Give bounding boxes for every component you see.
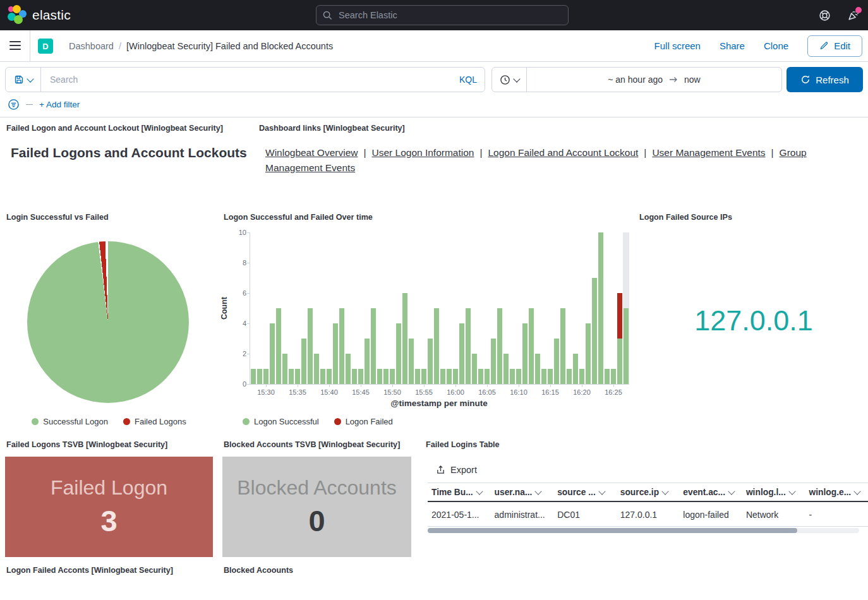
dashboard-badge[interactable]: D xyxy=(38,39,53,54)
bar-logon-successful[interactable] xyxy=(459,323,464,384)
bar-logon-successful[interactable] xyxy=(282,354,287,384)
bar-logon-successful[interactable] xyxy=(447,369,452,384)
bar-logon-successful[interactable] xyxy=(485,369,490,384)
bar-logon-successful[interactable] xyxy=(548,369,553,384)
bar-logon-successful[interactable] xyxy=(308,308,313,384)
bar-logon-successful[interactable] xyxy=(598,232,603,384)
bar-logon-successful[interactable] xyxy=(586,323,591,384)
bar-logon-failed[interactable] xyxy=(617,293,622,339)
query-search-input[interactable] xyxy=(49,74,454,85)
table-column-header[interactable]: winlog.e... xyxy=(805,488,868,497)
bar-logon-successful[interactable] xyxy=(560,308,565,384)
dashboard-link[interactable]: Winlogbeat Overview xyxy=(265,147,358,158)
failed-logins-table-row[interactable]: 2021-05-1...administrat...DC01127.0.0.1l… xyxy=(428,503,868,527)
breadcrumb-dashboard[interactable]: Dashboard xyxy=(69,41,114,51)
bar-logon-successful[interactable] xyxy=(522,323,527,384)
filter-icon[interactable] xyxy=(8,99,20,111)
table-column-header[interactable]: event.ac... xyxy=(679,488,742,497)
bar-logon-successful[interactable] xyxy=(346,354,351,384)
dashboard-link[interactable]: User Management Events xyxy=(652,147,765,158)
share-button[interactable]: Share xyxy=(720,40,745,51)
help-icon[interactable] xyxy=(819,9,831,21)
newsfeed-icon[interactable] xyxy=(847,9,859,21)
bar-logon-successful[interactable] xyxy=(592,278,597,384)
global-search-input[interactable] xyxy=(337,9,562,21)
bar-logon-successful[interactable] xyxy=(371,308,376,384)
bar-logon-successful[interactable] xyxy=(289,369,294,384)
legend-item[interactable]: Logon Successful xyxy=(243,417,319,426)
clone-button[interactable]: Clone xyxy=(764,40,788,51)
bar-logon-successful[interactable] xyxy=(339,308,344,384)
pie-chart[interactable] xyxy=(27,241,189,403)
bar-logon-successful[interactable] xyxy=(624,308,629,384)
bar-logon-successful[interactable] xyxy=(257,369,262,384)
bar-logon-successful[interactable] xyxy=(434,308,439,384)
bar-logon-successful[interactable] xyxy=(276,308,281,384)
legend-item[interactable]: Logon Failed xyxy=(334,417,393,426)
bar-logon-successful[interactable] xyxy=(415,369,420,384)
bar-logon-successful[interactable] xyxy=(409,339,414,384)
saved-query-menu-button[interactable] xyxy=(6,68,41,92)
time-range-to[interactable]: now xyxy=(684,75,701,85)
bar-logon-successful[interactable] xyxy=(541,369,546,384)
legend-item[interactable]: Failed Logons xyxy=(123,417,186,426)
full-screen-button[interactable]: Full screen xyxy=(654,40,701,51)
kql-language-button[interactable]: KQL xyxy=(459,75,477,85)
bar-logon-successful[interactable] xyxy=(295,369,300,384)
bar-logon-successful[interactable] xyxy=(301,339,306,384)
bar-logon-successful[interactable] xyxy=(573,354,578,384)
bar-logon-successful[interactable] xyxy=(611,369,616,384)
time-picker-quick-menu-button[interactable] xyxy=(492,68,527,92)
table-column-header[interactable]: Time Bu... xyxy=(428,488,491,497)
bar-logon-successful[interactable] xyxy=(491,339,496,384)
add-filter-button[interactable]: + Add filter xyxy=(39,100,80,109)
bar-logon-successful[interactable] xyxy=(497,308,502,384)
bar-logon-successful[interactable] xyxy=(390,369,395,384)
bar-logon-successful[interactable] xyxy=(535,354,540,384)
global-search[interactable] xyxy=(316,5,569,25)
bar-logon-successful[interactable] xyxy=(529,308,534,384)
bar-logon-successful[interactable] xyxy=(358,369,363,384)
bar-logon-successful[interactable] xyxy=(396,323,401,384)
table-column-header[interactable]: source ... xyxy=(553,488,617,497)
bar-logon-successful[interactable] xyxy=(270,323,275,384)
scrollbar-thumb[interactable] xyxy=(428,528,797,533)
bar-logon-successful[interactable] xyxy=(472,354,477,384)
bar-logon-successful[interactable] xyxy=(327,369,332,384)
bar-logon-successful[interactable] xyxy=(377,369,382,384)
export-button[interactable]: Export xyxy=(436,465,477,475)
edit-button[interactable]: Edit xyxy=(807,35,862,57)
bar-logon-successful[interactable] xyxy=(333,323,338,384)
bar-logon-successful[interactable] xyxy=(478,369,483,384)
bar-logon-successful[interactable] xyxy=(402,293,407,384)
time-range-display[interactable]: ~ an hour ago now xyxy=(527,75,781,85)
bar-logon-successful[interactable] xyxy=(579,369,584,384)
bar-logon-successful[interactable] xyxy=(453,369,458,384)
bar-logon-successful[interactable] xyxy=(314,354,319,384)
bar-logon-successful[interactable] xyxy=(605,369,610,384)
bar-logon-successful[interactable] xyxy=(503,354,509,384)
elastic-home-button[interactable]: elastic xyxy=(8,5,71,25)
bar-logon-successful[interactable] xyxy=(567,369,572,384)
bar-logon-successful[interactable] xyxy=(263,369,268,384)
legend-item[interactable]: Successful Logon xyxy=(32,417,108,426)
bar-logon-successful[interactable] xyxy=(510,369,515,384)
bar-logon-successful[interactable] xyxy=(352,369,357,384)
table-column-header[interactable]: source.ip xyxy=(617,488,680,497)
table-column-header[interactable]: winlog.l... xyxy=(742,488,805,497)
table-column-header[interactable]: user.na... xyxy=(491,488,554,497)
bar-logon-successful[interactable] xyxy=(440,369,445,384)
dashboard-link[interactable]: Logon Failed and Account Lockout xyxy=(488,147,639,158)
bar-logon-successful[interactable] xyxy=(421,369,426,384)
time-range-from[interactable]: ~ an hour ago xyxy=(608,75,663,85)
dashboard-link[interactable]: User Logon Information xyxy=(371,147,474,158)
bar-logon-successful[interactable] xyxy=(365,339,370,384)
menu-icon[interactable] xyxy=(9,41,21,50)
bar-logon-successful[interactable] xyxy=(251,369,256,384)
source-ip-tag[interactable]: 127.0.0.1 xyxy=(639,304,868,337)
bar-logon-successful[interactable] xyxy=(617,339,622,384)
refresh-button[interactable]: Refresh xyxy=(787,67,863,92)
bar-logon-successful[interactable] xyxy=(383,369,389,384)
bar-logon-successful[interactable] xyxy=(320,369,325,384)
bar-logon-successful[interactable] xyxy=(554,339,559,384)
